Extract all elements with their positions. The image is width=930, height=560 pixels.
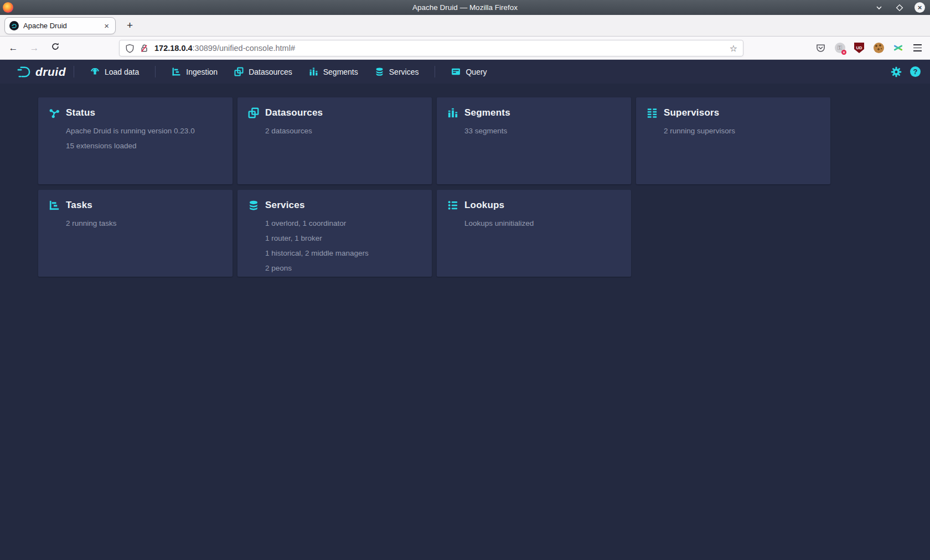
nav-item-label: Segments xyxy=(323,68,358,76)
tracking-shield-icon[interactable] xyxy=(125,44,135,53)
druid-logo[interactable]: druid xyxy=(17,64,66,79)
forward-button: → xyxy=(27,43,42,54)
nav-item-datasources[interactable]: Datasources xyxy=(226,60,301,84)
list-columns-icon xyxy=(647,107,658,118)
card-tasks[interactable]: Tasks2 running tasks xyxy=(38,190,232,277)
druid-logo-icon xyxy=(17,64,32,79)
nav-item-ingestion[interactable]: Ingestion xyxy=(163,60,226,84)
broken-lock-icon[interactable] xyxy=(140,44,149,53)
card-detail-line: 2 datasources xyxy=(265,127,422,135)
nav-item-segments[interactable]: Segments xyxy=(301,60,366,84)
url-text[interactable]: 172.18.0.4:30899/unified-console.html# xyxy=(154,44,295,53)
card-detail-line: Lookups uninitialized xyxy=(464,219,621,227)
gantt-icon xyxy=(49,200,60,211)
druid-navbar: druid Load dataIngestionDatasourcesSegme… xyxy=(0,60,930,84)
cookie-extension-icon[interactable] xyxy=(872,42,885,54)
help-icon[interactable]: ? xyxy=(910,66,921,77)
card-supervisors[interactable]: Supervisors2 running supervisors xyxy=(636,97,830,184)
nav-divider xyxy=(74,66,74,77)
url-host: 172.18.0.4 xyxy=(154,44,193,53)
bar-chart-icon xyxy=(309,67,318,76)
brand-text: druid xyxy=(35,65,66,79)
card-segments[interactable]: Segments33 segments xyxy=(437,97,631,184)
browser-tab-bar: Apache Druid × + xyxy=(0,15,930,37)
bookmark-star-icon[interactable]: ☆ xyxy=(730,43,737,54)
window-titlebar: Apache Druid — Mozilla Firefox × xyxy=(0,0,930,15)
account-error-badge: × xyxy=(841,50,846,55)
stacked-squares-icon xyxy=(248,107,259,118)
card-detail-line: 2 running supervisors xyxy=(664,127,820,135)
card-title: Status xyxy=(66,107,95,118)
window-title: Apache Druid — Mozilla Firefox xyxy=(0,3,930,12)
nav-item-label: Ingestion xyxy=(186,68,218,76)
gantt-icon xyxy=(172,67,181,76)
browser-toolbar: ← → 172.18.0.4:30899/unified-console.htm… xyxy=(0,37,930,60)
graph-icon xyxy=(49,107,60,118)
ublock-icon[interactable]: UD xyxy=(853,42,865,54)
database-icon xyxy=(248,200,259,211)
card-title: Services xyxy=(265,200,305,211)
card-title: Segments xyxy=(464,107,510,118)
nav-item-query[interactable]: Query xyxy=(443,60,495,84)
nav-item-label: Datasources xyxy=(249,68,292,76)
tab-title: Apache Druid xyxy=(23,22,102,30)
card-title: Datasources xyxy=(265,107,323,118)
account-extension-icon[interactable]: ⚿ × xyxy=(834,42,846,54)
tab-apache-druid[interactable]: Apache Druid × xyxy=(4,17,116,34)
new-tab-button[interactable]: + xyxy=(127,19,133,32)
nav-item-label: Services xyxy=(389,68,419,76)
tab-close-icon[interactable]: × xyxy=(102,21,111,30)
card-detail-line: Apache Druid is running version 0.23.0 xyxy=(66,127,223,135)
back-button[interactable]: ← xyxy=(6,43,21,54)
database-icon xyxy=(375,67,384,76)
card-detail-line: 1 router, 1 broker xyxy=(265,234,422,242)
nav-item-label: Query xyxy=(466,68,487,76)
maximize-icon[interactable] xyxy=(894,2,905,13)
card-detail-line: 2 peons xyxy=(265,264,422,272)
properties-icon xyxy=(447,200,458,211)
console-icon xyxy=(451,67,461,76)
upload-icon xyxy=(90,67,100,76)
card-services[interactable]: Services1 overlord, 1 coordinator1 route… xyxy=(237,190,432,277)
url-bar[interactable]: 172.18.0.4:30899/unified-console.html# ☆ xyxy=(119,40,743,56)
bar-chart-icon xyxy=(447,107,458,118)
asterisk-extension-icon[interactable] xyxy=(892,42,904,54)
gear-icon[interactable] xyxy=(891,66,902,77)
reload-icon[interactable] xyxy=(48,42,63,54)
console-home: StatusApache Druid is running version 0.… xyxy=(0,84,930,277)
card-detail-line: 2 running tasks xyxy=(66,219,223,227)
status-cards-grid: StatusApache Druid is running version 0.… xyxy=(38,97,930,277)
pocket-icon[interactable] xyxy=(814,42,826,54)
card-lookups[interactable]: LookupsLookups uninitialized xyxy=(437,190,631,277)
card-title: Tasks xyxy=(66,200,92,211)
card-detail-line: 1 overlord, 1 coordinator xyxy=(265,219,422,227)
card-detail-line: 1 historical, 2 middle managers xyxy=(265,249,422,257)
card-datasources[interactable]: Datasources2 datasources xyxy=(237,97,432,184)
druid-favicon-icon xyxy=(9,21,19,30)
card-detail-line: 15 extensions loaded xyxy=(66,142,223,150)
minimize-icon[interactable] xyxy=(874,2,885,13)
nav-divider xyxy=(155,66,156,77)
nav-item-load-data[interactable]: Load data xyxy=(82,60,147,84)
card-title: Supervisors xyxy=(664,107,719,118)
nav-item-services[interactable]: Services xyxy=(366,60,427,84)
nav-divider xyxy=(435,66,435,77)
close-icon[interactable]: × xyxy=(914,2,925,13)
card-detail-line: 33 segments xyxy=(464,127,621,135)
card-title: Lookups xyxy=(464,200,504,211)
stacked-squares-icon xyxy=(234,67,244,76)
card-status[interactable]: StatusApache Druid is running version 0.… xyxy=(38,97,232,184)
nav-item-label: Load data xyxy=(105,68,139,76)
url-path: :30899/unified-console.html# xyxy=(193,44,295,53)
menu-icon[interactable] xyxy=(911,42,923,54)
